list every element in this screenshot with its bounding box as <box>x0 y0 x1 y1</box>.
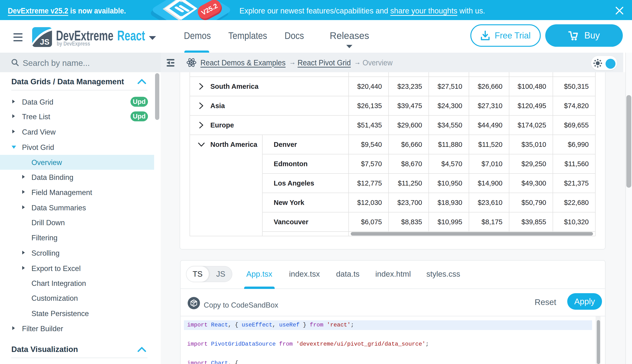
svg-text:JS: JS <box>40 38 49 46</box>
